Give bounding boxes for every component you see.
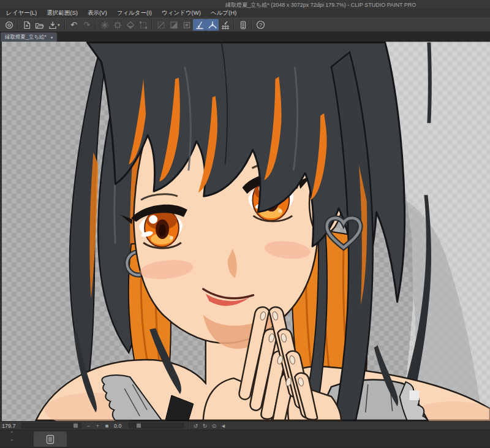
redo-icon[interactable]: ↷	[80, 19, 93, 31]
undo-icon[interactable]: ↶	[67, 19, 80, 31]
toolbar-separator	[95, 20, 96, 29]
statusbar-separator	[188, 423, 189, 429]
clip-studio-logo-icon[interactable]	[2, 19, 15, 31]
menu-bar: レイヤー(L) 選択範囲(S) 表示(V) フィルター(I) ウィンドウ(W) …	[0, 9, 490, 18]
save-icon[interactable]	[46, 19, 59, 31]
menu-view[interactable]: 表示(V)	[83, 9, 112, 18]
save-dropdown-chevron-icon[interactable]: ▾	[58, 23, 62, 28]
window-title: 縁取燈夏_立ち絵* (2048 x 3072px 72dpi 179.7%) -…	[225, 1, 416, 9]
document-modified-dot: ●	[51, 36, 53, 39]
zoom-out-button[interactable]: −	[84, 422, 93, 430]
new-file-icon[interactable]	[20, 19, 33, 31]
svg-text:?: ?	[259, 22, 262, 28]
erase-outside-selection-icon[interactable]	[111, 19, 124, 31]
erase-icon[interactable]	[98, 19, 111, 31]
canvas-area	[0, 42, 490, 421]
fill-icon[interactable]	[124, 19, 137, 31]
rotation-slider[interactable]	[129, 423, 184, 428]
canvas-artwork	[2, 42, 490, 421]
menu-layer[interactable]: レイヤー(L)	[1, 9, 42, 18]
snap-to-special-ruler-icon[interactable]	[206, 19, 219, 31]
command-bar: ▾ ↶ ↷ ?	[0, 18, 490, 32]
toolbar-separator	[251, 20, 252, 29]
zoom-slider-handle[interactable]	[74, 423, 78, 428]
rotate-ccw-icon[interactable]: ↺	[191, 422, 200, 430]
rotation-slider-handle[interactable]	[137, 423, 141, 428]
collapse-up-icon[interactable]: ⌃	[10, 431, 14, 436]
tablet-palette-icon[interactable]	[236, 19, 249, 31]
rotate-cw-icon[interactable]: ↻	[200, 422, 209, 430]
zoom-slider[interactable]	[21, 423, 81, 428]
snap-to-grid-icon[interactable]	[219, 19, 232, 31]
flip-view-icon[interactable]: ◄	[219, 422, 228, 430]
menu-selection[interactable]: 選択範囲(S)	[42, 9, 83, 18]
panel-collapse-control[interactable]: ⌃ ⌄	[10, 431, 14, 442]
bottom-panel-bar: ⌃ ⌄	[0, 430, 490, 448]
reset-rotation-icon[interactable]: ⊙	[209, 422, 219, 430]
menu-help[interactable]: ヘルプ(H)	[206, 9, 241, 18]
snap-to-ruler-icon[interactable]	[193, 19, 206, 31]
selection-border-icon[interactable]	[180, 19, 193, 31]
material-panel-icon	[45, 435, 55, 444]
window-title-bar: 縁取燈夏_立ち絵* (2048 x 3072px 72dpi 179.7%) -…	[0, 0, 490, 9]
drawing-canvas[interactable]	[2, 42, 490, 421]
zoom-value: 179.7	[2, 423, 19, 429]
fit-to-screen-button[interactable]: ■	[102, 422, 111, 430]
document-tab[interactable]: 縁取燈夏_立ち絵* ●	[1, 32, 57, 42]
document-tab-label: 縁取燈夏_立ち絵*	[5, 34, 47, 41]
rotation-value: 0.0	[114, 423, 126, 429]
collapse-down-icon[interactable]: ⌄	[10, 436, 14, 442]
menu-window[interactable]: ウィンドウ(W)	[157, 9, 206, 18]
invert-selection-icon[interactable]	[167, 19, 180, 31]
zoom-in-button[interactable]: +	[93, 422, 102, 430]
scale-rotate-icon[interactable]	[137, 19, 149, 31]
document-tab-bar: 縁取燈夏_立ち絵* ●	[0, 32, 490, 42]
open-file-icon[interactable]	[33, 19, 46, 31]
toolbar-separator	[233, 20, 235, 29]
material-panel-button[interactable]	[34, 431, 67, 447]
toolbar-separator	[64, 20, 66, 29]
help-icon[interactable]: ?	[254, 19, 267, 31]
menu-filter[interactable]: フィルター(I)	[112, 9, 157, 18]
toolbar-separator	[17, 20, 18, 29]
navigation-status-bar: 179.7 − + ■ 0.0 ↺ ↻ ⊙ ◄	[0, 421, 490, 430]
deselect-icon[interactable]	[154, 19, 167, 31]
toolbar-separator	[151, 20, 153, 29]
